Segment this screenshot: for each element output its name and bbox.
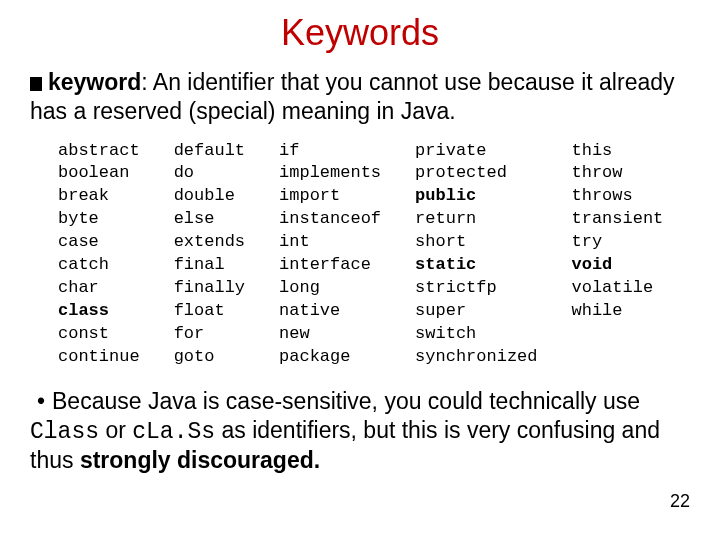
kw-item: continue — [58, 347, 140, 366]
kw-item: new — [279, 324, 310, 343]
kw-item: instanceof — [279, 209, 381, 228]
keywords-col-3: private protected public return short st… — [415, 140, 537, 369]
note-mono-1: cLa.Ss — [132, 419, 215, 445]
kw-item: else — [174, 209, 215, 228]
kw-item: int — [279, 232, 310, 251]
kw-item: double — [174, 186, 235, 205]
kw-item: long — [279, 278, 320, 297]
kw-item: default — [174, 141, 245, 160]
footnote: •Because Java is case-sensitive, you cou… — [30, 387, 696, 475]
kw-item: byte — [58, 209, 99, 228]
kw-item: goto — [174, 347, 215, 366]
kw-item: final — [174, 255, 225, 274]
kw-item: private — [415, 141, 486, 160]
kw-item: for — [174, 324, 205, 343]
kw-item: throw — [572, 163, 623, 182]
page-number: 22 — [670, 491, 690, 512]
kw-item: super — [415, 301, 466, 320]
kw-item: implements — [279, 163, 381, 182]
keywords-col-2: if implements import instanceof int inte… — [279, 140, 381, 369]
kw-item: boolean — [58, 163, 129, 182]
bullet-dot-icon: • — [30, 387, 52, 416]
page-title: Keywords — [24, 12, 696, 54]
keywords-columns: abstract boolean break byte case catch c… — [58, 140, 696, 369]
kw-item: interface — [279, 255, 371, 274]
kw-item: float — [174, 301, 225, 320]
kw-item: case — [58, 232, 99, 251]
keyword-definition: keyword: An identifier that you cannot u… — [30, 68, 696, 126]
kw-item: break — [58, 186, 109, 205]
kw-item: public — [415, 186, 476, 205]
kw-item: class — [58, 301, 109, 320]
kw-item: import — [279, 186, 340, 205]
kw-item: throws — [572, 186, 633, 205]
kw-item: extends — [174, 232, 245, 251]
keywords-col-4: this throw throws transient try void vol… — [572, 140, 664, 369]
kw-item: transient — [572, 209, 664, 228]
kw-item: static — [415, 255, 476, 274]
kw-item: do — [174, 163, 194, 182]
kw-item: protected — [415, 163, 507, 182]
kw-item: char — [58, 278, 99, 297]
kw-item: const — [58, 324, 109, 343]
kw-item: catch — [58, 255, 109, 274]
kw-item: finally — [174, 278, 245, 297]
kw-item: void — [572, 255, 613, 274]
kw-item: switch — [415, 324, 476, 343]
note-mono-0: Class — [30, 419, 99, 445]
kw-item: this — [572, 141, 613, 160]
kw-item: abstract — [58, 141, 140, 160]
note-mid: or — [99, 417, 132, 443]
kw-item: package — [279, 347, 350, 366]
kw-item: strictfp — [415, 278, 497, 297]
kw-item: synchronized — [415, 347, 537, 366]
kw-item: native — [279, 301, 340, 320]
def-term: keyword — [48, 69, 141, 95]
kw-item: short — [415, 232, 466, 251]
kw-item: if — [279, 141, 299, 160]
note-strong: strongly discouraged. — [80, 447, 320, 473]
kw-item: try — [572, 232, 603, 251]
bullet-marker-icon — [30, 77, 42, 91]
note-pre: Because Java is case-sensitive, you coul… — [52, 388, 640, 414]
kw-item: return — [415, 209, 476, 228]
keywords-col-0: abstract boolean break byte case catch c… — [58, 140, 140, 369]
kw-item: volatile — [572, 278, 654, 297]
kw-item: while — [572, 301, 623, 320]
keywords-col-1: default do double else extends final fin… — [174, 140, 245, 369]
